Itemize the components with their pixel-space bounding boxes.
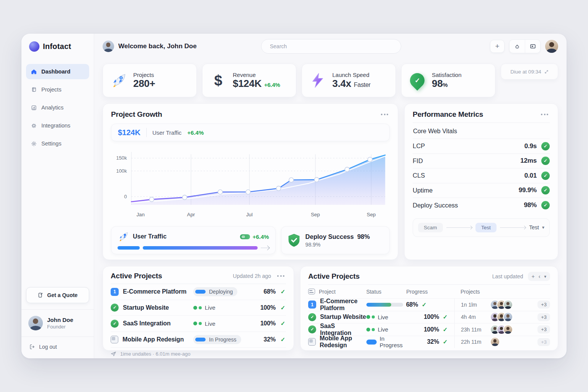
project-row[interactable]: ✓ Startup Website Live 100% ✓ [111, 300, 286, 316]
more-members-badge[interactable]: +3 [537, 338, 550, 346]
sidebar-item-analytics[interactable]: Analytics [26, 100, 89, 115]
check-icon: ✓ [442, 338, 448, 345]
window-icon [308, 338, 316, 346]
table-row[interactable]: 1E-Commerce Platform 68% ✓ 1n 1lm +3 [308, 298, 550, 311]
avatar-stack [490, 300, 513, 310]
metrics-group-label: Core Web Vitals [413, 122, 550, 139]
active-right-title: Active Projects [308, 272, 359, 281]
sidebar-item-integrations[interactable]: Integrations [26, 118, 89, 133]
sidebar-item-settings[interactable]: Settings [26, 136, 89, 151]
table-controls: + ‹ ▾ [528, 272, 550, 281]
progress-arrow [261, 248, 269, 248]
settings-icon [31, 140, 37, 147]
check-circle-icon: ✓ [541, 201, 550, 209]
more-members-badge[interactable]: +3 [537, 313, 550, 321]
column-progress: Progress [406, 289, 428, 295]
column-project: Project [319, 289, 336, 295]
more-menu-icon[interactable] [276, 274, 286, 278]
table-row[interactable]: ✓Startup Website Live 100%✓ 4h 4m +3 [308, 311, 550, 323]
profile-name: John Doe [47, 317, 73, 323]
avatar [103, 41, 114, 52]
battery-icon [240, 234, 250, 239]
user-traffic-header: User Traffic +6.4% [118, 231, 269, 242]
more-members-badge[interactable]: +3 [537, 325, 550, 333]
progress-gradient-bar [143, 246, 258, 250]
svg-text:Sep: Sep [367, 212, 376, 217]
deploy-texts: Deploy Success98% 98.9% [305, 233, 370, 248]
avatar [28, 316, 43, 330]
stat-value: 3.4x Faster [332, 78, 371, 90]
sidebar-item-label: Analytics [41, 105, 64, 111]
svg-text:Apr: Apr [187, 212, 195, 217]
svg-text:150k: 150k [116, 155, 127, 161]
active-projects-card-right: Active Projects Last updated + ‹ ▾ [300, 266, 558, 351]
sidebar-item-dashboard[interactable]: Dashboard [26, 64, 89, 79]
logout-button[interactable]: Log out [26, 343, 89, 352]
more-menu-icon[interactable] [379, 112, 390, 117]
stat-card-revenue: $ Revenue $124K +6.4% [202, 64, 296, 97]
chevron-down-icon: ▾ [542, 225, 544, 230]
stat-texts: Launch Speed 3.4x Faster [332, 72, 371, 90]
project-row[interactable]: ✓ SaaS Integration Live 100% ✓ [111, 315, 286, 332]
deploy-label: Deploy Success98% [305, 233, 370, 240]
check-icon: ✓ [280, 288, 286, 295]
upload-button[interactable] [510, 40, 525, 53]
quote-doc-icon [38, 292, 44, 298]
check-icon: ✓ [280, 336, 286, 343]
stat-value: 280+ [133, 78, 155, 90]
chevron-down-icon[interactable]: ▾ [544, 274, 546, 279]
growth-mini-cards: User Traffic +6.4% [111, 226, 390, 254]
inbox-button[interactable] [525, 40, 540, 53]
table-row[interactable]: Mobile App Redesign In Progress 32%✓ 22h… [308, 336, 550, 348]
check-icon: ✓ [280, 320, 286, 327]
project-row[interactable]: 1 E-Commerce Platform Deploying 68% ✓ [111, 284, 286, 300]
deploy-success-card: Deploy Success98% 98.9% [281, 226, 390, 254]
pipeline-step-test[interactable]: Test [475, 223, 497, 232]
table-row[interactable]: ✓SaaS Integration Live 100%✓ 23h 11m +3 [308, 323, 550, 336]
add-button[interactable]: + [532, 274, 535, 279]
last-updated-text: Last updated [492, 273, 523, 279]
active-right-header: Active Projects Last updated + ‹ ▾ [308, 272, 550, 281]
brand: Infotact [26, 41, 89, 52]
topbar-actions: + [490, 39, 558, 53]
live-dots-icon [193, 306, 202, 310]
topbar-segmented-buttons [509, 39, 541, 53]
home-icon [31, 69, 37, 75]
rocket-icon [118, 231, 129, 242]
user-avatar[interactable] [545, 40, 558, 53]
headline-delta: +6.4% [187, 129, 204, 136]
analytics-icon [31, 105, 37, 111]
updated-text: Updated 2h ago [233, 273, 271, 279]
avatar-stack [490, 312, 513, 322]
search-input[interactable] [261, 39, 401, 54]
shield-check-icon [287, 234, 301, 247]
due-badge[interactable]: Diue at 09:34 [501, 64, 558, 80]
add-button[interactable]: + [490, 40, 505, 53]
profile-texts: John Doe Founder [47, 317, 73, 330]
pipeline-step-scam[interactable]: Scam [418, 223, 443, 232]
pipeline-dropdown[interactable]: Test ▾ [529, 224, 544, 230]
logout-icon [29, 344, 35, 350]
sidebar-profile[interactable]: John Doe Founder [26, 316, 89, 330]
more-members-badge[interactable]: +3 [537, 301, 550, 309]
stats-row: Projects 280+ $ Revenue $124K +6.4% [103, 64, 558, 97]
chevron-left-icon[interactable]: ‹ [539, 274, 541, 279]
project-row[interactable]: Mobile App Redesign In Progress 32% ✓ [111, 332, 286, 348]
check-circle-icon: ✓ [541, 186, 550, 194]
user-traffic-progress[interactable] [118, 246, 269, 250]
get-quote-button[interactable]: Get a Quote [26, 287, 89, 303]
area-chart: 150k100k0JanAprJulSepSep [111, 143, 390, 222]
stat-card-launch-speed: Launch Speed 3.4x Faster [302, 64, 396, 97]
check-circle-icon: ✓ [541, 142, 550, 150]
more-menu-icon[interactable] [539, 112, 550, 117]
dashboard-content: Projects 280+ $ Revenue $124K +6.4% [94, 59, 567, 358]
sidebar-item-label: Integrations [41, 122, 70, 129]
check-circle-icon: ✓ [111, 304, 119, 312]
metrics-title: Performance Metrics [413, 110, 483, 119]
deploy-value: 98% [357, 233, 370, 240]
sidebar-item-projects[interactable]: Projects [26, 82, 89, 97]
status-pill: Deploying [193, 287, 237, 296]
growth-card-header: Project Growth [111, 110, 390, 119]
project-growth-card: Project Growth $124K User Traffic +6.4% … [103, 103, 398, 260]
check-circle-icon: ✓ [541, 157, 550, 165]
